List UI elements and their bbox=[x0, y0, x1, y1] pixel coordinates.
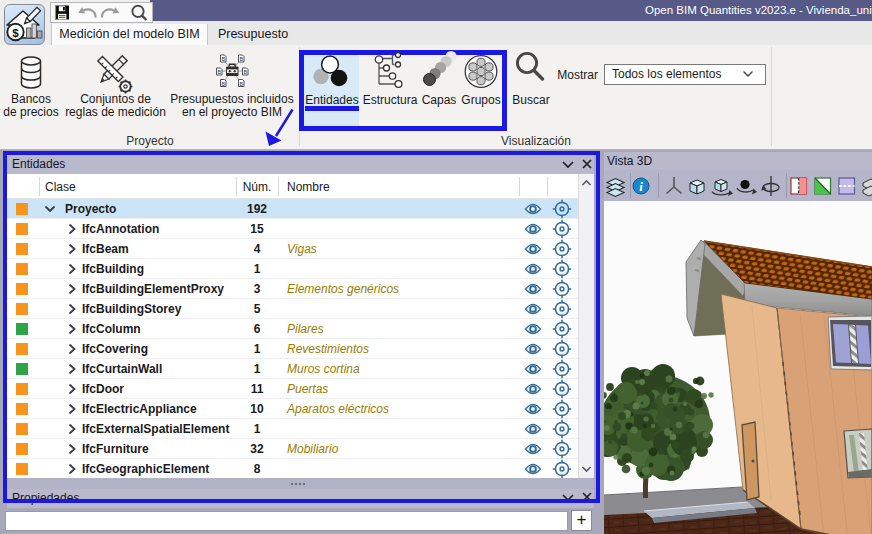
svg-text:B: B bbox=[240, 56, 244, 62]
svg-text:B: B bbox=[240, 81, 244, 87]
svg-text:B: B bbox=[244, 69, 248, 75]
svg-text:B: B bbox=[218, 69, 222, 75]
svg-text:B: B bbox=[222, 56, 226, 62]
svg-text:B: B bbox=[222, 81, 226, 87]
svg-text:i: i bbox=[639, 179, 643, 194]
svg-text:$: $ bbox=[12, 27, 19, 39]
